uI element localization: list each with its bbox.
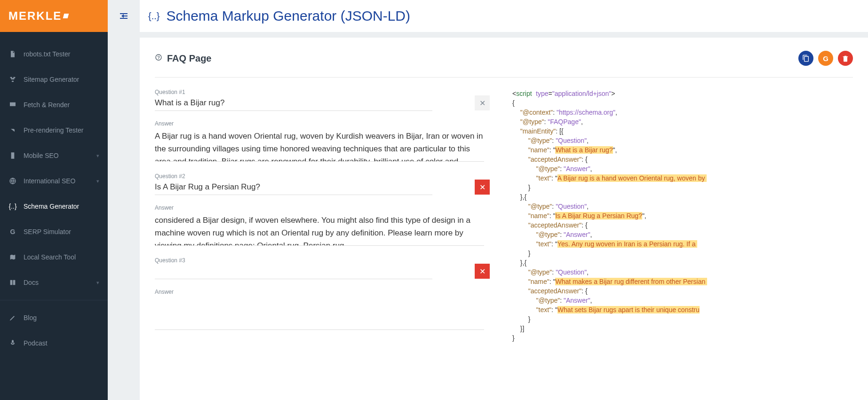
mic-icon [8, 339, 17, 347]
sidebar: MERKLE robots.txt TesterSitemap Generato… [0, 0, 108, 400]
page-header: {..} Schema Markup Generator (JSON-LD) [140, 0, 868, 32]
copy-button[interactable] [798, 51, 813, 66]
nav-label: Pre-rendering Tester [24, 126, 83, 134]
sidebar-item-international-seo[interactable]: International SEO▾ [0, 168, 108, 194]
sidebar-item-sitemap-generator[interactable]: Sitemap Generator [0, 67, 108, 92]
remove-question-button[interactable]: ✕ [475, 180, 490, 195]
nav-label: Docs [24, 279, 39, 286]
collapse-sidebar-button[interactable] [118, 10, 129, 24]
sidebar-item-fetch-render[interactable]: Fetch & Render [0, 92, 108, 118]
sidebar-item-blog[interactable]: Blog [0, 305, 108, 330]
answer-textarea[interactable]: A Bijar rug is a hand woven Oriental rug… [155, 128, 484, 162]
google-test-button[interactable]: G [818, 51, 833, 66]
answer-label: Answer [155, 204, 490, 211]
pen-icon [8, 314, 17, 322]
sidebar-item-docs[interactable]: Docs▾ [0, 270, 108, 295]
sidebar-item-robots-txt-tester[interactable]: robots.txt Tester [0, 41, 108, 67]
phone-icon [8, 151, 17, 160]
question-input[interactable] [155, 96, 432, 111]
code-column: <script type="application/ld+json"> { "@… [512, 89, 853, 400]
sidebar-toggle-column [108, 0, 140, 400]
nav-label: Mobile SEO [24, 152, 59, 159]
nav: robots.txt TesterSitemap GeneratorFetch … [0, 32, 108, 400]
logo-mark [63, 14, 69, 18]
delete-button[interactable] [838, 51, 853, 66]
card-title: FAQ Page [167, 53, 211, 64]
answer-label: Answer [155, 289, 490, 295]
google-icon: G [8, 227, 17, 236]
brand-text: MERKLE [8, 9, 62, 23]
nav-label: SERP Simulator [24, 228, 71, 235]
question-input[interactable] [155, 180, 432, 195]
answer-textarea[interactable] [155, 296, 484, 330]
map-icon [8, 253, 17, 261]
braces-icon: {..} [8, 202, 17, 211]
brand-logo[interactable]: MERKLE [0, 0, 108, 32]
sidebar-item-podcast[interactable]: Podcast [0, 330, 108, 356]
monitor-icon [8, 101, 17, 109]
nav-label: Podcast [24, 339, 48, 347]
book-icon [8, 278, 17, 287]
sidebar-item-pre-rendering-tester[interactable]: Pre-rendering Tester [0, 118, 108, 143]
sitemap-icon [8, 75, 17, 84]
remove-question-button[interactable]: ✕ [475, 95, 490, 110]
page-title: Schema Markup Generator (JSON-LD) [166, 8, 410, 24]
nav-label: Fetch & Render [24, 101, 70, 109]
sidebar-item-serp-simulator[interactable]: GSERP Simulator [0, 219, 108, 244]
nav-label: International SEO [24, 177, 76, 185]
sidebar-item-schema-generator[interactable]: {..}Schema Generator [0, 194, 108, 219]
answer-label: Answer [155, 120, 490, 127]
chevron-down-icon: ▾ [96, 280, 99, 286]
remove-question-button[interactable]: ✕ [475, 264, 490, 279]
chevron-down-icon: ▾ [96, 153, 99, 159]
file-icon [8, 50, 17, 58]
braces-icon: {..} [148, 11, 159, 22]
sidebar-item-mobile-seo[interactable]: Mobile SEO▾ [0, 143, 108, 168]
question-number-label: Question #2 [155, 173, 490, 180]
branch-icon [8, 126, 17, 134]
question-input[interactable] [155, 265, 432, 279]
nav-label: Schema Generator [24, 203, 79, 210]
question-number-label: Question #1 [155, 89, 490, 95]
nav-label: Local Search Tool [24, 253, 76, 261]
nav-label: Sitemap Generator [24, 76, 79, 83]
nav-label: robots.txt Tester [24, 50, 70, 58]
nav-label: Blog [24, 314, 37, 322]
answer-textarea[interactable]: considered a Bijar design, if woven else… [155, 212, 484, 246]
question-number-label: Question #3 [155, 257, 490, 264]
form-column: Question #1✕AnswerA Bijar rug is a hand … [155, 89, 494, 400]
sidebar-item-local-search-tool[interactable]: Local Search Tool [0, 244, 108, 270]
globe-icon [8, 177, 17, 185]
chevron-down-icon: ▾ [96, 178, 99, 184]
help-icon[interactable] [155, 54, 162, 63]
